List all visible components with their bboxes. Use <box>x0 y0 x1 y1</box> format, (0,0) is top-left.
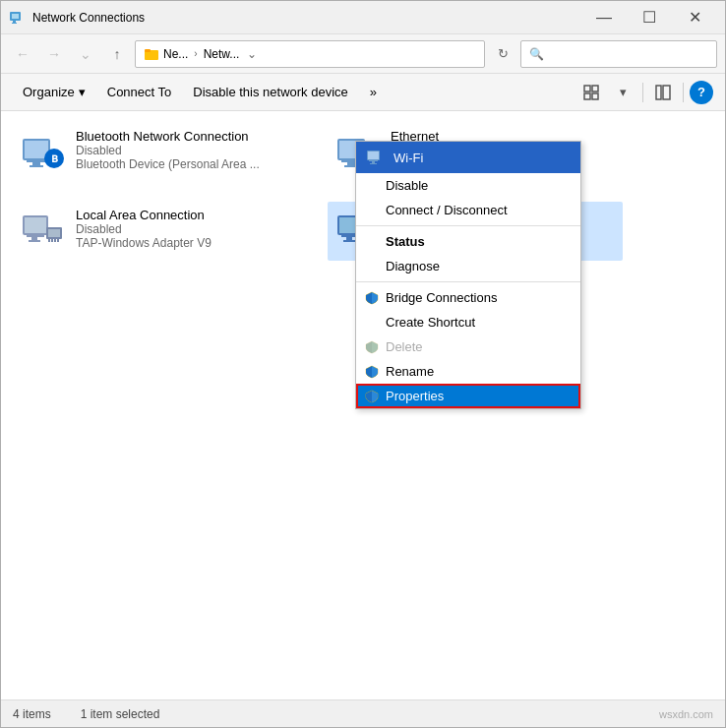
bluetooth-info: Bluetooth Network Connection Disabled Bl… <box>76 129 302 171</box>
svg-rect-6 <box>584 86 590 91</box>
svg-rect-9 <box>592 93 598 99</box>
ctx-item-bridge[interactable]: Bridge Connections <box>356 285 580 310</box>
title-bar-controls: — ☐ ✕ <box>581 1 717 34</box>
folder-icon <box>144 46 159 62</box>
bridge-shield-icon <box>364 290 380 306</box>
svg-rect-49 <box>372 161 375 163</box>
properties-shield-icon <box>364 389 380 404</box>
toolbar-right: ▾ ? <box>577 79 713 106</box>
bluetooth-status: Disabled <box>76 144 302 157</box>
view-icon-1[interactable] <box>577 79 605 106</box>
local-icon <box>19 208 66 255</box>
ctx-item-rename[interactable]: Rename <box>356 359 580 384</box>
svg-rect-15 <box>32 162 40 165</box>
ctx-separator-2 <box>356 281 580 282</box>
pane-icon[interactable] <box>649 79 677 106</box>
ctx-item-status[interactable]: Status <box>356 229 580 254</box>
close-button[interactable]: ✕ <box>672 1 717 34</box>
ctx-label-shortcut: Create Shortcut <box>386 315 475 330</box>
maximize-button[interactable]: ☐ <box>627 1 672 34</box>
status-bar-right: wsxdn.com <box>659 708 713 720</box>
local-info: Local Area Connection Disabled TAP-Windo… <box>76 208 302 250</box>
toolbar-separator-2 <box>683 83 684 102</box>
svg-rect-10 <box>656 86 661 99</box>
address-bar: ← → ⌄ ↑ Ne... › Netw... ⌄ ↻ <box>1 34 725 74</box>
svg-rect-3 <box>12 23 17 24</box>
ctx-item-shortcut[interactable]: Create Shortcut <box>356 310 580 334</box>
svg-rect-31 <box>27 235 44 237</box>
context-menu-header: Wi-Fi <box>356 142 580 173</box>
bluetooth-icon: ʙ <box>19 129 66 176</box>
disable-label: Disable this network device <box>193 85 348 99</box>
svg-rect-43 <box>346 237 352 240</box>
ctx-label-rename: Rename <box>386 364 434 379</box>
svg-rect-22 <box>347 162 355 165</box>
svg-rect-14 <box>27 160 46 162</box>
context-menu: Wi-Fi Disable Connect / Disconnect Statu… <box>355 141 581 409</box>
more-button[interactable]: » <box>360 79 387 106</box>
ctx-label-delete: Delete <box>386 339 423 354</box>
context-menu-title: Wi-Fi <box>393 151 423 165</box>
dropdown-button[interactable]: ⌄ <box>72 40 99 68</box>
ctx-label-diagnose: Diagnose <box>386 259 440 273</box>
svg-rect-32 <box>31 237 37 240</box>
ctx-label-connect: Connect / Disconnect <box>386 203 508 217</box>
ctx-label-bridge: Bridge Connections <box>386 290 497 305</box>
view-dropdown-icon[interactable]: ▾ <box>609 79 636 106</box>
svg-rect-33 <box>29 240 40 242</box>
connect-to-label: Connect To <box>107 85 172 99</box>
list-item[interactable]: Local Area Connection Disabled TAP-Windo… <box>13 202 308 261</box>
more-label: » <box>370 85 377 99</box>
disable-button[interactable]: Disable this network device <box>183 79 358 106</box>
svg-rect-50 <box>370 163 377 164</box>
help-button[interactable]: ? <box>690 81 713 104</box>
status-bar: 4 items 1 item selected wsxdn.com <box>1 699 725 727</box>
svg-rect-39 <box>57 239 59 242</box>
ctx-item-diagnose[interactable]: Diagnose <box>356 254 580 278</box>
organize-button[interactable]: Organize ▾ <box>13 79 95 106</box>
search-input[interactable] <box>529 47 708 61</box>
svg-rect-37 <box>51 239 53 242</box>
path-segment-1: Ne... <box>163 47 188 61</box>
svg-rect-44 <box>343 240 355 242</box>
ctx-item-disable[interactable]: Disable <box>356 173 580 198</box>
svg-rect-47 <box>368 152 379 159</box>
list-item[interactable]: ʙ Bluetooth Network Connection Disabled … <box>13 123 308 182</box>
svg-rect-48 <box>369 160 378 161</box>
connect-to-button[interactable]: Connect To <box>97 79 182 106</box>
search-box[interactable] <box>520 40 717 68</box>
address-path: Ne... › Netw... ⌄ <box>144 46 476 62</box>
path-segment-2: Netw... <box>204 47 240 61</box>
toolbar: Organize ▾ Connect To Disable this netwo… <box>1 74 725 111</box>
help-label: ? <box>697 85 705 99</box>
organize-label: Organize <box>23 85 75 99</box>
minimize-button[interactable]: — <box>581 1 627 34</box>
ctx-label-disable: Disable <box>386 178 428 193</box>
ctx-item-properties[interactable]: Properties <box>356 384 580 408</box>
refresh-button[interactable]: ↻ <box>489 40 516 68</box>
ctx-separator-1 <box>356 225 580 226</box>
back-button[interactable]: ← <box>9 40 36 68</box>
address-dropdown-icon[interactable]: ⌄ <box>247 47 257 61</box>
address-box[interactable]: Ne... › Netw... ⌄ <box>135 40 485 68</box>
ctx-item-delete: Delete <box>356 334 580 359</box>
local-status: Disabled <box>76 222 302 236</box>
svg-rect-5 <box>145 49 151 52</box>
bluetooth-name: Bluetooth Network Connection <box>76 129 302 144</box>
rename-shield-icon <box>364 364 380 380</box>
ctx-label-status: Status <box>386 234 425 249</box>
path-separator: › <box>194 48 197 59</box>
svg-rect-11 <box>663 86 670 99</box>
window-title: Network Connections <box>32 11 581 25</box>
window-icon <box>9 9 27 27</box>
delete-shield-icon <box>364 339 380 355</box>
organize-arrow: ▾ <box>79 85 86 99</box>
up-button[interactable]: ↑ <box>103 40 131 68</box>
window: Network Connections — ☐ ✕ ← → ⌄ ↑ Ne... … <box>0 0 726 728</box>
local-name: Local Area Connection <box>76 208 302 222</box>
svg-rect-16 <box>30 165 43 167</box>
forward-button[interactable]: → <box>40 40 68 68</box>
svg-rect-35 <box>48 229 60 237</box>
ctx-item-connect[interactable]: Connect / Disconnect <box>356 198 580 222</box>
svg-rect-1 <box>12 14 19 19</box>
